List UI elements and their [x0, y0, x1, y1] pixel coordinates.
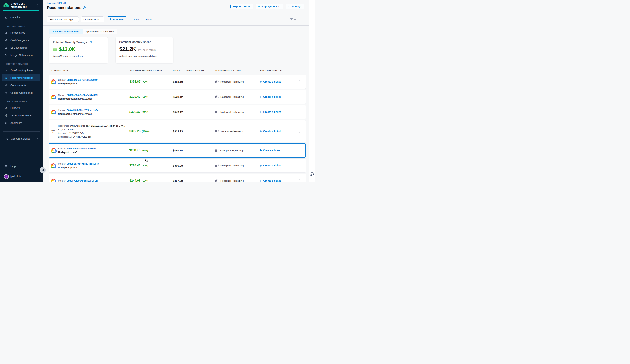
gcp-icon	[49, 110, 58, 114]
table-row[interactable]: Cluster: 6881a3ccc887941a4ee202ffNodepoo…	[49, 75, 306, 89]
sidebar-collapse-handle[interactable]	[40, 167, 46, 173]
sidebar-item-autostopping-rules[interactable]: AutoStopping Rules	[2, 66, 40, 74]
resource-label: Nodepool:	[58, 113, 70, 115]
action-label: Nodepool Rightsizing	[220, 111, 244, 114]
savings-percent: (60%)	[142, 96, 148, 98]
table-header-row: RESOURCE NAMEPOTENTIAL MONTHLY SAVINGSPO…	[49, 68, 306, 73]
help-label: Help	[10, 165, 16, 168]
resource-link[interactable]: 688add6fb019b17f9bccb95a	[67, 109, 98, 112]
sidebar-section-label: COST REPORTING	[0, 24, 42, 29]
sidebar-item-account-settings[interactable]: Account Settings	[2, 135, 40, 142]
svg-text:$: $	[5, 4, 6, 7]
asset-governance-icon: $	[5, 114, 9, 117]
create-ticket-button[interactable]: Create a ticket	[260, 95, 293, 98]
settings-button[interactable]: Settings	[286, 4, 304, 9]
potential-monthly-spend-cell: $366.08	[173, 164, 215, 167]
manage-ignore-list-button[interactable]: Manage Ignore List	[256, 4, 283, 9]
table-row[interactable]: Cluster: 68898c064e3e2ba0e544005fNodepoo…	[49, 90, 306, 104]
save-filter-button[interactable]: Save	[133, 18, 139, 21]
row-options-kebab-icon[interactable]	[292, 149, 306, 152]
sidebar-item-budgets[interactable]: $Budgets	[2, 104, 40, 112]
table-row[interactable]: Cluster: 6886e92f59a48cad86b5b1c6$244.05…	[49, 174, 306, 182]
aws-icon: aws	[49, 129, 58, 133]
scrollbar-gutter[interactable]	[309, 0, 315, 182]
chevron-down-icon	[100, 18, 102, 20]
sidebar-item-asset-governance[interactable]: $Asset Governance	[2, 112, 40, 119]
margin-obfuscation-icon	[5, 54, 9, 57]
action-label: Nodepool Rightsizing	[220, 164, 244, 167]
sidebar-item-recommendations[interactable]: Recommendations	[2, 74, 40, 81]
create-ticket-button[interactable]: Create a ticket	[260, 130, 293, 133]
table-row[interactable]: Cluster: 688c2fefc84fbdc99801a0a2Nodepoo…	[49, 143, 306, 158]
settings-gear-icon	[288, 5, 291, 8]
gear-icon	[6, 137, 10, 140]
sidebar-item-help[interactable]: ? Help	[2, 163, 40, 170]
sidebar-item-commitments[interactable]: Commitments	[2, 81, 40, 89]
resource-value: pool-5	[70, 82, 77, 85]
cluster-orchestrator-icon	[5, 91, 9, 94]
savings-value: $265.41	[129, 164, 140, 167]
export-csv-button[interactable]: Export CSV	[230, 4, 253, 9]
row-options-kebab-icon[interactable]	[293, 179, 306, 182]
funnel-icon	[290, 18, 293, 21]
savings-percent: (55%)	[142, 149, 148, 152]
table-row[interactable]: Cluster: 6888b1c70e49db17c1de60c4Nodepoo…	[49, 159, 306, 173]
sidebar-item-bi-dashboards[interactable]: BI Dashboards	[2, 44, 40, 51]
sidebar-item-perspectives[interactable]: Perspectives	[2, 29, 40, 36]
export-csv-label: Export CSV	[233, 5, 246, 8]
breadcrumb-account-link[interactable]: Account: CCM-NG	[47, 2, 66, 4]
tab-applied-recommendations[interactable]: Applied Recommendations	[83, 29, 117, 34]
resource-value: pool-5	[70, 166, 77, 169]
row-options-kebab-icon[interactable]	[293, 164, 306, 167]
ccm-logo-icon: $	[3, 3, 9, 8]
sidebar-item-anomalies[interactable]: Anomalies	[2, 119, 40, 127]
reset-filter-button[interactable]: Reset	[146, 18, 152, 21]
resource-link[interactable]: 688c2fefc84fbdc99801a0a2	[67, 147, 97, 150]
resource-label: Evaluated At:	[58, 135, 72, 138]
resource-label: Cluster:	[58, 79, 67, 81]
savings-value: $329.47	[129, 95, 140, 99]
resource-line: Cluster: 68898c064e3e2ba0e544005f	[58, 94, 127, 96]
resource-link[interactable]: 6881a3ccc887941a4ee202ff	[67, 79, 98, 81]
resource-link[interactable]: 6886e92f59a48cad86b5b1c6	[67, 180, 98, 182]
module-grid-icon[interactable]	[37, 4, 40, 7]
row-options-kebab-icon[interactable]	[293, 80, 306, 83]
svg-text:?: ?	[90, 41, 91, 43]
filter-panel-toggle[interactable]	[290, 13, 296, 25]
sidebar-item-label: Account Settings	[11, 137, 30, 140]
create-ticket-button[interactable]: Create a ticket	[260, 80, 293, 83]
sidebar-item-label: Budgets	[10, 107, 20, 109]
table-row[interactable]: awsResource: arn:aws:rds:us-east-1:51161…	[49, 120, 306, 142]
filter-dropdown-recommendation-type[interactable]: Recommendation Type	[47, 16, 79, 22]
filter-dropdown-cloud-provider[interactable]: Cloud Provider	[81, 16, 104, 22]
tab-open-recommendations[interactable]: Open Recommendations	[49, 29, 83, 34]
sidebar-item-label: AutoStopping Rules	[10, 69, 33, 72]
sidebar-item-cost-categories[interactable]: Cost Categories	[2, 36, 40, 44]
resource-link[interactable]: 68898c064e3e2ba0e544005f	[67, 94, 98, 96]
savings-value: $329.47	[129, 110, 140, 114]
info-icon[interactable]	[83, 6, 86, 9]
bi-dashboards-icon	[5, 46, 9, 49]
user-menu[interactable]: J jyoti.bisht	[2, 173, 40, 180]
question-icon[interactable]: ?	[88, 40, 92, 44]
table-row[interactable]: Cluster: 688add6fb019b17f9bccb95aNodepoo…	[49, 105, 306, 119]
sidebar-item-cluster-orchestrator[interactable]: Cluster Orchestrator	[2, 89, 40, 96]
add-filter-button[interactable]: Add Filter	[107, 16, 127, 22]
sidebar-item-margin-obfuscation[interactable]: Margin Obfuscation	[2, 51, 40, 59]
create-ticket-button[interactable]: Create a ticket	[260, 149, 292, 152]
row-options-kebab-icon[interactable]	[293, 95, 306, 99]
action-label: stop-unused-aws-rds	[220, 130, 244, 133]
row-options-kebab-icon[interactable]	[293, 110, 306, 114]
svg-text:?: ?	[6, 165, 6, 166]
create-ticket-button[interactable]: Create a ticket	[260, 179, 293, 182]
dropdown-label: Recommendation Type	[50, 18, 74, 21]
create-ticket-button[interactable]: Create a ticket	[260, 164, 293, 167]
chat-bubbles-icon[interactable]	[310, 172, 314, 177]
resource-label: Cluster:	[58, 109, 67, 112]
create-ticket-button[interactable]: Create a ticket	[260, 111, 293, 114]
savings-subtext: from 621 recommendations	[53, 55, 104, 58]
resource-link[interactable]: 6888b1c70e49db17c1de60c4	[67, 163, 99, 165]
resource-value: e2standar4autoscale	[70, 97, 92, 100]
row-options-kebab-icon[interactable]	[293, 130, 306, 133]
sidebar-item-overview[interactable]: Overview	[2, 14, 40, 21]
